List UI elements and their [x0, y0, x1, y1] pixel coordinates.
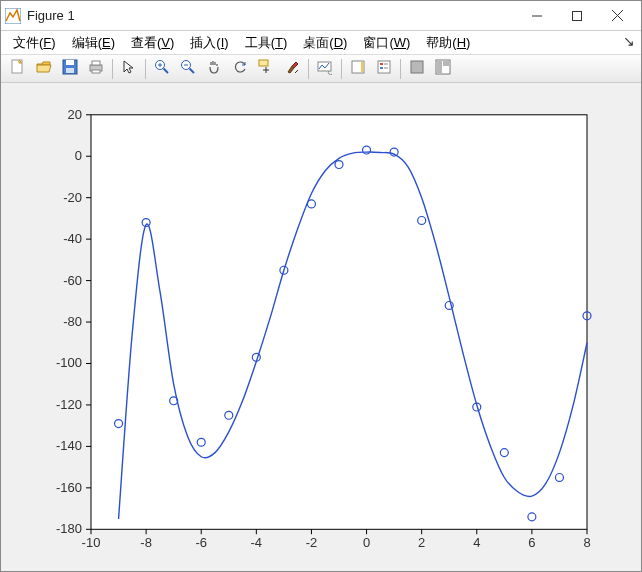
menu-w[interactable]: 窗口(W) [355, 31, 418, 55]
toolbar-separator [308, 59, 309, 79]
ytick-label: -100 [56, 356, 82, 371]
brush-button[interactable] [280, 57, 304, 81]
toolbar-separator [400, 59, 401, 79]
svg-rect-3 [573, 11, 582, 20]
pan-button[interactable] [202, 57, 226, 81]
xtick-label: 4 [473, 535, 480, 550]
menu-e[interactable]: 编辑(E) [64, 31, 123, 55]
ytick-label: -40 [63, 231, 82, 246]
pointer-icon [121, 59, 137, 78]
figure-window: Figure 1 文件(F)编辑(E)查看(V)插入(I)工具(T)桌面(D)窗… [0, 0, 642, 572]
app-icon [5, 8, 21, 24]
dock-button[interactable] [405, 57, 429, 81]
menu-v[interactable]: 查看(V) [123, 31, 182, 55]
svg-rect-8 [66, 60, 74, 65]
svg-line-19 [190, 69, 195, 74]
zoom-out-button[interactable] [176, 57, 200, 81]
svg-line-16 [164, 69, 169, 74]
pointer-button[interactable] [117, 57, 141, 81]
svg-rect-31 [411, 61, 423, 73]
ytick-label: -140 [56, 438, 82, 453]
svg-rect-11 [92, 61, 100, 65]
xtick-label: 6 [528, 535, 535, 550]
new-icon [10, 59, 26, 78]
pan-icon [206, 59, 222, 78]
xtick-label: 2 [418, 535, 425, 550]
svg-rect-20 [259, 60, 268, 66]
link-plot-button[interactable] [313, 57, 337, 81]
svg-rect-28 [380, 67, 383, 69]
axes-canvas[interactable]: -10-8-6-4-202468-180-160-140-120-100-80-… [7, 89, 635, 565]
menu-f[interactable]: 文件(F) [5, 31, 64, 55]
new-button[interactable] [6, 57, 30, 81]
xtick-label: -2 [306, 535, 318, 550]
minimize-button[interactable] [517, 1, 557, 30]
menu-i[interactable]: 插入(I) [182, 31, 236, 55]
colorbar-icon [350, 59, 366, 78]
layout-icon [435, 59, 451, 78]
axes-bg [91, 115, 587, 530]
xtick-label: -10 [82, 535, 101, 550]
svg-rect-9 [66, 68, 74, 73]
colorbar-button[interactable] [346, 57, 370, 81]
link-plot-icon [317, 59, 333, 78]
close-button[interactable] [597, 1, 637, 30]
xtick-label: 0 [363, 535, 370, 550]
dock-icon [409, 59, 425, 78]
svg-rect-33 [437, 61, 442, 73]
legend-icon [376, 59, 392, 78]
layout-button[interactable] [431, 57, 455, 81]
legend-button[interactable] [372, 57, 396, 81]
menu-h[interactable]: 帮助(H) [418, 31, 478, 55]
ytick-label: -60 [63, 273, 82, 288]
open-button[interactable] [32, 57, 56, 81]
zoom-in-icon [154, 59, 170, 78]
svg-rect-26 [378, 61, 390, 73]
data-cursor-icon [258, 59, 274, 78]
toolbar-separator [341, 59, 342, 79]
save-icon [62, 59, 78, 78]
xtick-label: 8 [583, 535, 590, 550]
svg-rect-27 [380, 63, 383, 65]
ytick-label: -120 [56, 397, 82, 412]
xtick-label: -6 [195, 535, 207, 550]
toolbar [1, 55, 641, 83]
window-title: Figure 1 [27, 8, 517, 23]
toolbar-separator [112, 59, 113, 79]
menu-t[interactable]: 工具(T) [237, 31, 296, 55]
svg-rect-25 [361, 62, 363, 72]
brush-icon [284, 59, 300, 78]
zoom-in-button[interactable] [150, 57, 174, 81]
plot-container: -10-8-6-4-202468-180-160-140-120-100-80-… [1, 83, 641, 571]
xtick-label: -4 [251, 535, 263, 550]
svg-rect-12 [92, 70, 100, 73]
ytick-label: -80 [63, 314, 82, 329]
menu-d[interactable]: 桌面(D) [295, 31, 355, 55]
save-button[interactable] [58, 57, 82, 81]
open-icon [36, 59, 52, 78]
menubar: 文件(F)编辑(E)查看(V)插入(I)工具(T)桌面(D)窗口(W)帮助(H)… [1, 31, 641, 55]
titlebar[interactable]: Figure 1 [1, 1, 641, 31]
zoom-out-icon [180, 59, 196, 78]
print-icon [88, 59, 104, 78]
rotate-icon [232, 59, 248, 78]
maximize-button[interactable] [557, 1, 597, 30]
xtick-label: -8 [140, 535, 152, 550]
svg-rect-34 [443, 61, 449, 66]
ytick-label: -160 [56, 480, 82, 495]
rotate-button[interactable] [228, 57, 252, 81]
menu-overflow-icon[interactable]: ↘ [623, 33, 635, 49]
toolbar-separator [145, 59, 146, 79]
data-cursor-button[interactable] [254, 57, 278, 81]
ytick-label: -20 [63, 190, 82, 205]
print-button[interactable] [84, 57, 108, 81]
ytick-label: -180 [56, 521, 82, 536]
chart-svg: -10-8-6-4-202468-180-160-140-120-100-80-… [7, 89, 635, 565]
ytick-label: 20 [68, 107, 82, 122]
ytick-label: 0 [75, 148, 82, 163]
